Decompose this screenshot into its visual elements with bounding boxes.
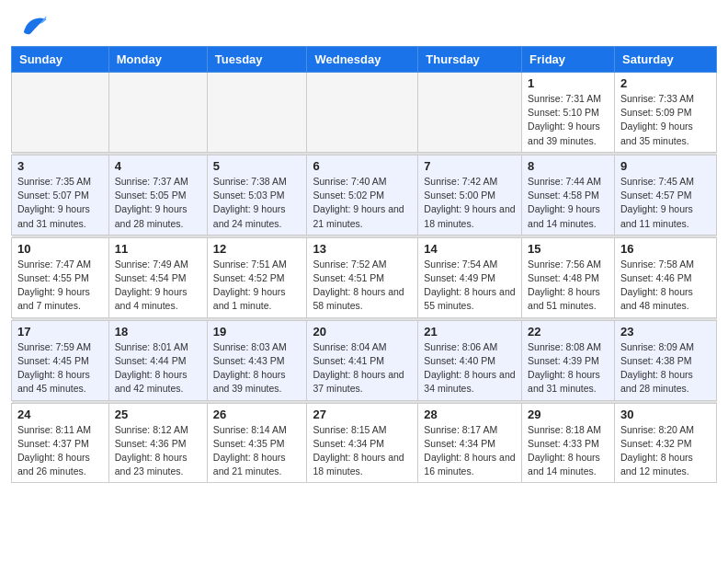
- day-number: 27: [313, 408, 412, 421]
- calendar-header: SundayMondayTuesdayWednesdayThursdayFrid…: [12, 47, 717, 73]
- day-info: Sunrise: 8:01 AM Sunset: 4:44 PM Dayligh…: [115, 340, 201, 396]
- calendar-cell: 2Sunrise: 7:33 AM Sunset: 5:09 PM Daylig…: [614, 73, 716, 153]
- day-info: Sunrise: 7:59 AM Sunset: 4:45 PM Dayligh…: [17, 340, 103, 396]
- calendar-cell: 4Sunrise: 7:37 AM Sunset: 5:05 PM Daylig…: [108, 155, 207, 235]
- day-info: Sunrise: 7:40 AM Sunset: 5:02 PM Dayligh…: [313, 175, 412, 231]
- weekday-header-sunday: Sunday: [12, 47, 109, 73]
- weekday-header-wednesday: Wednesday: [307, 47, 418, 73]
- logo-bird-icon: [20, 13, 48, 40]
- calendar-cell: 28Sunrise: 8:17 AM Sunset: 4:34 PM Dayli…: [418, 403, 522, 483]
- day-number: 24: [17, 408, 103, 421]
- weekday-header-tuesday: Tuesday: [207, 47, 307, 73]
- calendar-cell: 10Sunrise: 7:47 AM Sunset: 4:55 PM Dayli…: [12, 237, 109, 317]
- calendar-cell: 19Sunrise: 8:03 AM Sunset: 4:43 PM Dayli…: [207, 320, 307, 400]
- day-number: 20: [313, 325, 412, 339]
- calendar-cell: 7Sunrise: 7:42 AM Sunset: 5:00 PM Daylig…: [418, 155, 522, 235]
- calendar-week-row: 17Sunrise: 7:59 AM Sunset: 4:45 PM Dayli…: [12, 320, 717, 400]
- calendar-cell: 9Sunrise: 7:45 AM Sunset: 4:57 PM Daylig…: [614, 155, 716, 235]
- calendar-cell: [307, 73, 418, 153]
- day-info: Sunrise: 7:58 AM Sunset: 4:46 PM Dayligh…: [620, 258, 711, 314]
- day-number: 1: [528, 76, 609, 90]
- day-info: Sunrise: 7:44 AM Sunset: 4:58 PM Dayligh…: [528, 175, 609, 231]
- calendar-cell: 26Sunrise: 8:14 AM Sunset: 4:35 PM Dayli…: [207, 403, 307, 483]
- page-container: SundayMondayTuesdayWednesdayThursdayFrid…: [0, 0, 728, 563]
- calendar-wrapper: SundayMondayTuesdayWednesdayThursdayFrid…: [0, 46, 728, 494]
- day-number: 25: [115, 408, 201, 421]
- header: [0, 0, 728, 46]
- day-info: Sunrise: 8:20 AM Sunset: 4:32 PM Dayligh…: [620, 423, 711, 479]
- weekday-header-row: SundayMondayTuesdayWednesdayThursdayFrid…: [12, 47, 717, 73]
- day-info: Sunrise: 8:03 AM Sunset: 4:43 PM Dayligh…: [213, 340, 301, 396]
- calendar-week-row: 10Sunrise: 7:47 AM Sunset: 4:55 PM Dayli…: [12, 237, 717, 317]
- calendar-cell: 14Sunrise: 7:54 AM Sunset: 4:49 PM Dayli…: [418, 237, 522, 317]
- day-info: Sunrise: 8:11 AM Sunset: 4:37 PM Dayligh…: [17, 423, 103, 479]
- calendar-cell: 8Sunrise: 7:44 AM Sunset: 4:58 PM Daylig…: [522, 155, 615, 235]
- day-number: 30: [620, 408, 711, 421]
- day-number: 2: [620, 76, 711, 90]
- day-number: 21: [424, 325, 516, 339]
- day-info: Sunrise: 8:04 AM Sunset: 4:41 PM Dayligh…: [313, 340, 412, 396]
- day-info: Sunrise: 7:51 AM Sunset: 4:52 PM Dayligh…: [213, 258, 301, 314]
- calendar-cell: 1Sunrise: 7:31 AM Sunset: 5:10 PM Daylig…: [522, 73, 615, 153]
- day-info: Sunrise: 8:14 AM Sunset: 4:35 PM Dayligh…: [213, 423, 301, 479]
- day-number: 3: [17, 159, 103, 173]
- day-number: 8: [528, 159, 609, 173]
- day-number: 11: [115, 242, 201, 256]
- day-number: 26: [213, 408, 301, 421]
- day-info: Sunrise: 8:17 AM Sunset: 4:34 PM Dayligh…: [424, 423, 516, 479]
- day-info: Sunrise: 7:38 AM Sunset: 5:03 PM Dayligh…: [213, 175, 301, 231]
- day-number: 23: [620, 325, 711, 339]
- day-number: 22: [528, 325, 609, 339]
- calendar-cell: 30Sunrise: 8:20 AM Sunset: 4:32 PM Dayli…: [614, 403, 716, 483]
- calendar-cell: 17Sunrise: 7:59 AM Sunset: 4:45 PM Dayli…: [12, 320, 109, 400]
- day-number: 10: [17, 242, 103, 256]
- calendar-week-row: 24Sunrise: 8:11 AM Sunset: 4:37 PM Dayli…: [12, 403, 717, 483]
- day-number: 7: [424, 159, 516, 173]
- calendar-cell: 16Sunrise: 7:58 AM Sunset: 4:46 PM Dayli…: [614, 237, 716, 317]
- logo: [17, 13, 48, 40]
- day-info: Sunrise: 7:37 AM Sunset: 5:05 PM Dayligh…: [115, 175, 201, 231]
- weekday-header-saturday: Saturday: [614, 47, 716, 73]
- weekday-header-monday: Monday: [108, 47, 207, 73]
- day-info: Sunrise: 7:47 AM Sunset: 4:55 PM Dayligh…: [17, 258, 103, 314]
- day-info: Sunrise: 8:18 AM Sunset: 4:33 PM Dayligh…: [528, 423, 609, 479]
- weekday-header-friday: Friday: [522, 47, 615, 73]
- calendar-table: SundayMondayTuesdayWednesdayThursdayFrid…: [11, 46, 717, 483]
- calendar-cell: 6Sunrise: 7:40 AM Sunset: 5:02 PM Daylig…: [307, 155, 418, 235]
- calendar-cell: 27Sunrise: 8:15 AM Sunset: 4:34 PM Dayli…: [307, 403, 418, 483]
- day-info: Sunrise: 7:49 AM Sunset: 4:54 PM Dayligh…: [115, 258, 201, 314]
- day-info: Sunrise: 7:54 AM Sunset: 4:49 PM Dayligh…: [424, 258, 516, 314]
- day-info: Sunrise: 7:45 AM Sunset: 4:57 PM Dayligh…: [620, 175, 711, 231]
- day-number: 12: [213, 242, 301, 256]
- calendar-cell: 21Sunrise: 8:06 AM Sunset: 4:40 PM Dayli…: [418, 320, 522, 400]
- day-info: Sunrise: 8:09 AM Sunset: 4:38 PM Dayligh…: [620, 340, 711, 396]
- calendar-cell: 12Sunrise: 7:51 AM Sunset: 4:52 PM Dayli…: [207, 237, 307, 317]
- day-info: Sunrise: 7:52 AM Sunset: 4:51 PM Dayligh…: [313, 258, 412, 314]
- day-number: 6: [313, 159, 412, 173]
- calendar-cell: [108, 73, 207, 153]
- calendar-cell: 3Sunrise: 7:35 AM Sunset: 5:07 PM Daylig…: [12, 155, 109, 235]
- calendar-cell: 13Sunrise: 7:52 AM Sunset: 4:51 PM Dayli…: [307, 237, 418, 317]
- day-number: 18: [115, 325, 201, 339]
- calendar-cell: [418, 73, 522, 153]
- day-info: Sunrise: 7:31 AM Sunset: 5:10 PM Dayligh…: [528, 92, 609, 148]
- calendar-cell: 20Sunrise: 8:04 AM Sunset: 4:41 PM Dayli…: [307, 320, 418, 400]
- day-info: Sunrise: 7:33 AM Sunset: 5:09 PM Dayligh…: [620, 92, 711, 148]
- day-number: 17: [17, 325, 103, 339]
- calendar-cell: [207, 73, 307, 153]
- calendar-cell: 25Sunrise: 8:12 AM Sunset: 4:36 PM Dayli…: [108, 403, 207, 483]
- calendar-cell: 24Sunrise: 8:11 AM Sunset: 4:37 PM Dayli…: [12, 403, 109, 483]
- calendar-week-row: 3Sunrise: 7:35 AM Sunset: 5:07 PM Daylig…: [12, 155, 717, 235]
- day-info: Sunrise: 7:35 AM Sunset: 5:07 PM Dayligh…: [17, 175, 103, 231]
- calendar-cell: 29Sunrise: 8:18 AM Sunset: 4:33 PM Dayli…: [522, 403, 615, 483]
- calendar-cell: [12, 73, 109, 153]
- calendar-week-row: 1Sunrise: 7:31 AM Sunset: 5:10 PM Daylig…: [12, 73, 717, 153]
- day-number: 29: [528, 408, 609, 421]
- day-info: Sunrise: 8:15 AM Sunset: 4:34 PM Dayligh…: [313, 423, 412, 479]
- calendar-cell: 15Sunrise: 7:56 AM Sunset: 4:48 PM Dayli…: [522, 237, 615, 317]
- day-info: Sunrise: 8:08 AM Sunset: 4:39 PM Dayligh…: [528, 340, 609, 396]
- day-number: 4: [115, 159, 201, 173]
- day-info: Sunrise: 7:56 AM Sunset: 4:48 PM Dayligh…: [528, 258, 609, 314]
- weekday-header-thursday: Thursday: [418, 47, 522, 73]
- calendar-cell: 11Sunrise: 7:49 AM Sunset: 4:54 PM Dayli…: [108, 237, 207, 317]
